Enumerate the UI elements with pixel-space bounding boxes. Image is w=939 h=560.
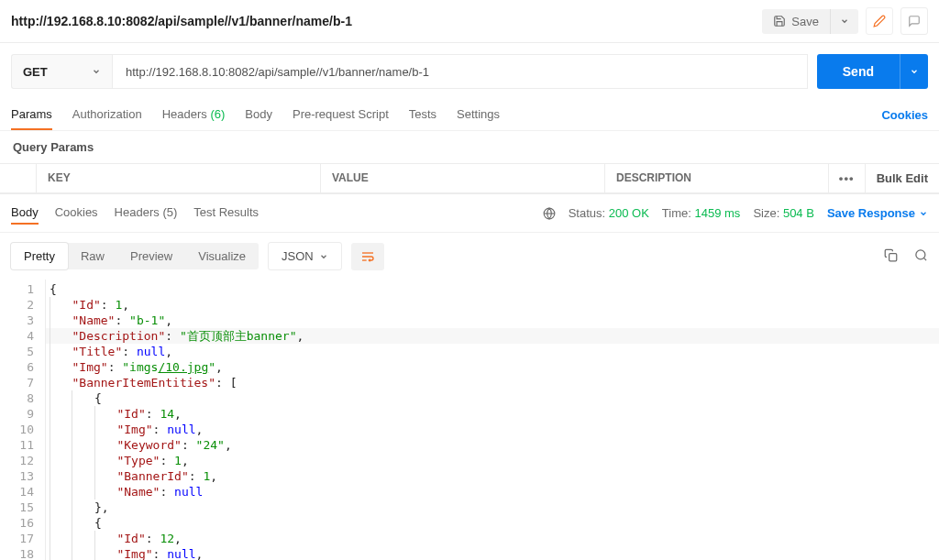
resp-tab-test-results[interactable]: Test Results	[193, 202, 259, 225]
view-raw[interactable]: Raw	[68, 243, 117, 269]
request-title: http://192.168.8.10:8082/api/sample//v1/…	[11, 14, 762, 28]
save-label: Save	[791, 15, 819, 28]
cookies-link[interactable]: Cookies	[881, 108, 928, 122]
tab-body[interactable]: Body	[245, 100, 272, 130]
format-select[interactable]: JSON	[268, 242, 342, 270]
chevron-down-icon	[92, 67, 101, 76]
params-key-header: KEY	[37, 164, 321, 192]
view-pretty[interactable]: Pretty	[11, 243, 68, 269]
wrap-icon	[360, 249, 375, 264]
search-icon[interactable]	[914, 248, 928, 265]
comment-icon	[908, 15, 921, 27]
params-description-header: DESCRIPTION	[605, 164, 829, 192]
chevron-down-icon	[919, 209, 928, 218]
tab-authorization[interactable]: Authorization	[72, 100, 142, 130]
send-dropdown[interactable]	[900, 54, 928, 89]
resp-tab-headers[interactable]: Headers (5)	[115, 202, 178, 225]
tab-headers[interactable]: Headers (6)	[162, 100, 226, 130]
response-body[interactable]: 1234567891011121314151617181920 { "Id": …	[0, 280, 939, 560]
bulk-edit-link[interactable]: Bulk Edit	[866, 164, 939, 192]
wrap-lines-button[interactable]	[351, 243, 384, 270]
save-dropdown[interactable]	[830, 9, 858, 34]
tab-params[interactable]: Params	[11, 100, 52, 130]
pencil-icon	[873, 15, 886, 27]
send-button[interactable]: Send	[817, 54, 900, 89]
params-value-header: VALUE	[321, 164, 605, 192]
view-tabs: Pretty Raw Preview Visualize	[11, 243, 259, 269]
edit-button[interactable]	[866, 7, 893, 35]
time-label: Time: 1459 ms	[662, 206, 741, 220]
method-select[interactable]: GET	[11, 54, 112, 89]
code-content: { "Id": 1, "Name": "b-1", "Description":…	[46, 280, 939, 560]
params-more-menu[interactable]: •••	[829, 164, 866, 192]
svg-line-6	[923, 258, 926, 260]
copy-icon[interactable]	[884, 248, 898, 265]
tab-tests[interactable]: Tests	[409, 100, 436, 130]
save-button[interactable]: Save	[762, 9, 830, 34]
save-button-group: Save	[762, 9, 858, 34]
chevron-down-icon	[319, 252, 328, 261]
save-icon	[773, 15, 786, 27]
save-response-link[interactable]: Save Response	[827, 206, 928, 220]
chevron-down-icon	[840, 16, 849, 26]
method-text: GET	[23, 65, 48, 79]
resp-tab-cookies[interactable]: Cookies	[55, 202, 98, 225]
chevron-down-icon	[910, 67, 919, 76]
tab-prerequest[interactable]: Pre-request Script	[293, 100, 389, 130]
tab-settings[interactable]: Settings	[457, 100, 500, 130]
params-checkbox-header	[0, 164, 37, 192]
globe-icon[interactable]	[543, 207, 556, 220]
line-numbers: 1234567891011121314151617181920	[0, 280, 46, 560]
resp-tab-body[interactable]: Body	[11, 202, 39, 225]
comment-button[interactable]	[900, 7, 928, 35]
query-params-label: Query Params	[0, 131, 939, 163]
size-label: Size: 504 B	[753, 206, 814, 220]
svg-rect-4	[889, 253, 897, 260]
svg-point-5	[916, 249, 925, 258]
view-visualize[interactable]: Visualize	[185, 243, 259, 269]
url-input[interactable]	[112, 54, 808, 89]
status-label: Status: 200 OK	[569, 206, 649, 220]
view-preview[interactable]: Preview	[117, 243, 185, 269]
